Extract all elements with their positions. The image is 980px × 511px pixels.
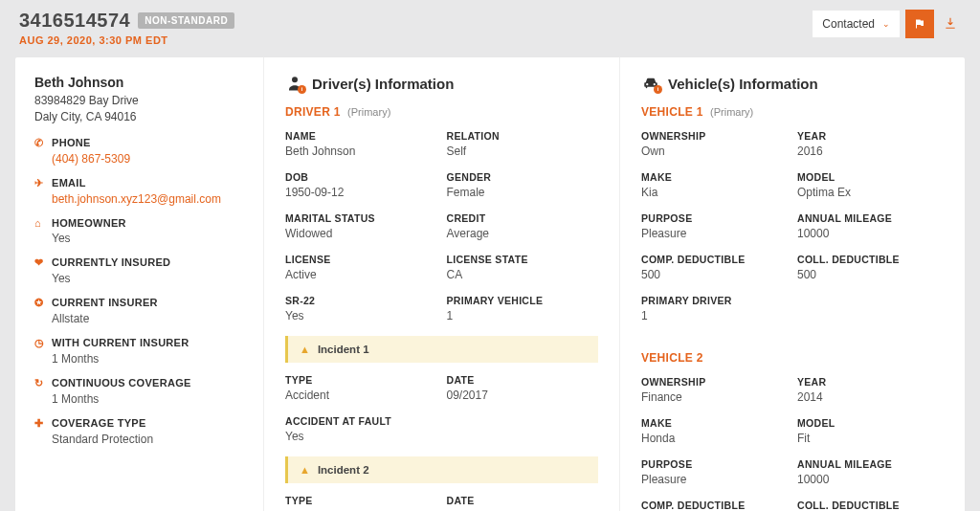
customer-email[interactable]: beth.johnson.xyz123@gmail.com — [52, 192, 244, 206]
incident-1-bar: ▲ Incident 1 — [285, 336, 598, 363]
customer-with-current: 1 Months — [52, 352, 244, 366]
status-dropdown[interactable]: Contacted ⌄ — [813, 11, 900, 37]
vehicles-panel: i Vehicle(s) Information VEHICLE 1 (Prim… — [620, 57, 965, 511]
drivers-title: Driver(s) Information — [312, 76, 454, 92]
lead-date: AUG 29, 2020, 3:30 PM EDT — [19, 34, 234, 46]
driver-icon: i — [285, 75, 304, 92]
shield-check-icon: ✪ — [34, 297, 46, 309]
customer-currently-insured: Yes — [52, 272, 244, 285]
warning-icon: ▲ — [300, 344, 310, 355]
main-panel: Beth Johnson 83984829 Bay Drive Daly Cit… — [15, 57, 965, 511]
history-icon: ↻ — [34, 377, 46, 389]
vehicle2-head: VEHICLE 2 — [641, 351, 944, 365]
customer-homeowner: Yes — [52, 232, 244, 245]
svg-point-0 — [292, 77, 298, 82]
customer-address: 83984829 Bay Drive Daly City, CA 94016 — [34, 93, 244, 125]
flag-icon — [914, 18, 925, 30]
driver1-head: DRIVER 1 (Primary) — [285, 105, 598, 119]
customer-name: Beth Johnson — [34, 75, 244, 90]
shield-plus-icon: ✚ — [34, 417, 46, 430]
drivers-panel: i Driver(s) Information DRIVER 1 (Primar… — [264, 57, 620, 511]
customer-coverage-type: Standard Protection — [52, 433, 244, 446]
vehicles-title: Vehicle(s) Information — [668, 76, 818, 92]
download-icon — [944, 16, 957, 30]
customer-sidebar: Beth Johnson 83984829 Bay Drive Daly Cit… — [15, 57, 264, 511]
header-bar: 3416514574 NON-STANDARD AUG 29, 2020, 3:… — [0, 0, 980, 54]
driver1-grid: NAMEBeth Johnson RELATIONSelf DOB1950-09… — [285, 130, 598, 322]
warning-icon: ▲ — [300, 464, 310, 476]
status-value: Contacted — [822, 17, 875, 31]
customer-phone[interactable]: (404) 867-5309 — [52, 152, 244, 166]
incident-2-bar: ▲ Incident 2 — [285, 456, 598, 483]
customer-continuous: 1 Months — [52, 392, 244, 406]
type-badge: NON-STANDARD — [138, 12, 234, 29]
customer-current-insurer: Allstate — [52, 312, 244, 325]
shield-icon: ❤ — [34, 256, 46, 269]
vehicle1-head: VEHICLE 1 (Primary) — [641, 105, 944, 119]
car-icon: i — [641, 75, 660, 92]
email-icon: ✈ — [34, 177, 46, 189]
home-icon: ⌂ — [34, 217, 46, 229]
lead-id: 3416514574 — [19, 10, 130, 32]
phone-icon: ✆ — [34, 137, 46, 149]
flag-button[interactable] — [905, 10, 934, 38]
chevron-down-icon: ⌄ — [882, 19, 890, 29]
clock-icon: ◷ — [34, 337, 46, 349]
download-button[interactable] — [940, 16, 961, 33]
